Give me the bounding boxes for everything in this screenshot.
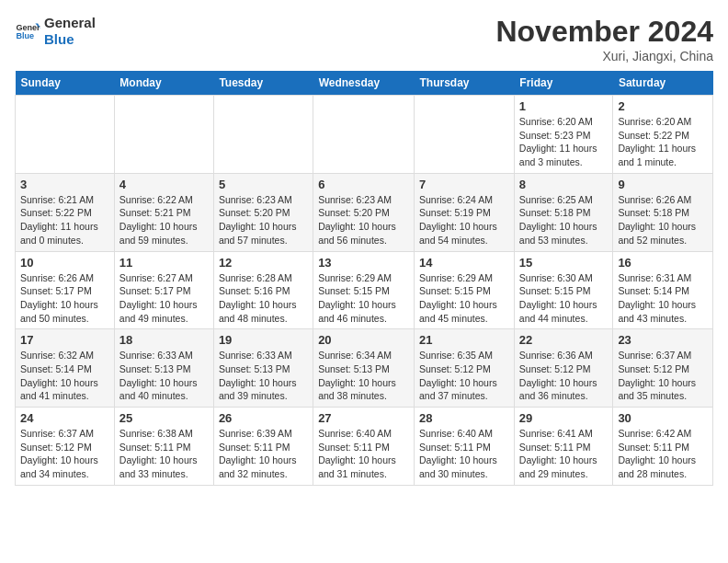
- day-info: Sunrise: 6:32 AMSunset: 5:14 PMDaylight:…: [20, 349, 109, 403]
- location: Xuri, Jiangxi, China: [495, 49, 713, 63]
- month-title: November 2024: [495, 15, 713, 49]
- calendar-cell: 21Sunrise: 6:35 AMSunset: 5:12 PMDayligh…: [415, 329, 515, 408]
- calendar-cell: 25Sunrise: 6:38 AMSunset: 5:11 PMDayligh…: [114, 408, 213, 486]
- calendar-cell: 28Sunrise: 6:40 AMSunset: 5:11 PMDayligh…: [415, 408, 515, 486]
- calendar-cell: 27Sunrise: 6:40 AMSunset: 5:11 PMDayligh…: [313, 408, 415, 486]
- calendar-cell: 9Sunrise: 6:26 AMSunset: 5:18 PMDaylight…: [613, 173, 713, 251]
- day-info: Sunrise: 6:38 AMSunset: 5:11 PMDaylight:…: [119, 427, 209, 481]
- day-info: Sunrise: 6:41 AMSunset: 5:11 PMDaylight:…: [519, 427, 609, 481]
- calendar-cell: [213, 96, 313, 174]
- day-number: 20: [318, 333, 409, 347]
- day-number: 18: [119, 333, 209, 347]
- calendar-cell: 4Sunrise: 6:22 AMSunset: 5:21 PMDaylight…: [114, 173, 213, 251]
- calendar-cell: 8Sunrise: 6:25 AMSunset: 5:18 PMDaylight…: [514, 173, 613, 251]
- calendar-cell: 11Sunrise: 6:27 AMSunset: 5:17 PMDayligh…: [114, 251, 213, 329]
- day-info: Sunrise: 6:40 AMSunset: 5:11 PMDaylight:…: [419, 427, 509, 481]
- day-number: 16: [618, 256, 708, 270]
- calendar-cell: [114, 96, 213, 174]
- svg-text:Blue: Blue: [16, 31, 34, 40]
- calendar-cell: 1Sunrise: 6:20 AMSunset: 5:23 PMDaylight…: [514, 96, 613, 174]
- calendar-cell: [313, 96, 415, 174]
- page-header: General Blue General Blue November 2024 …: [15, 15, 713, 63]
- day-info: Sunrise: 6:26 AMSunset: 5:18 PMDaylight:…: [618, 193, 708, 247]
- weekday-header-monday: Monday: [114, 71, 213, 96]
- day-info: Sunrise: 6:40 AMSunset: 5:11 PMDaylight:…: [318, 427, 409, 481]
- calendar-cell: 10Sunrise: 6:26 AMSunset: 5:17 PMDayligh…: [16, 251, 115, 329]
- day-info: Sunrise: 6:23 AMSunset: 5:20 PMDaylight:…: [318, 193, 409, 247]
- calendar-cell: 12Sunrise: 6:28 AMSunset: 5:16 PMDayligh…: [213, 251, 313, 329]
- day-number: 17: [20, 333, 109, 347]
- weekday-header-row: SundayMondayTuesdayWednesdayThursdayFrid…: [16, 71, 713, 96]
- day-info: Sunrise: 6:28 AMSunset: 5:16 PMDaylight:…: [219, 271, 308, 326]
- day-number: 9: [618, 178, 708, 191]
- day-info: Sunrise: 6:34 AMSunset: 5:13 PMDaylight:…: [318, 349, 409, 403]
- day-number: 5: [219, 178, 308, 191]
- day-number: 23: [618, 333, 708, 347]
- day-info: Sunrise: 6:31 AMSunset: 5:14 PMDaylight:…: [618, 271, 708, 326]
- day-number: 27: [318, 411, 409, 425]
- day-info: Sunrise: 6:20 AMSunset: 5:22 PMDaylight:…: [618, 115, 708, 169]
- day-number: 1: [519, 99, 609, 113]
- day-number: 29: [519, 411, 609, 425]
- day-number: 21: [419, 333, 509, 347]
- day-info: Sunrise: 6:22 AMSunset: 5:21 PMDaylight:…: [119, 193, 209, 247]
- calendar-table: SundayMondayTuesdayWednesdayThursdayFrid…: [15, 71, 713, 486]
- calendar-cell: 17Sunrise: 6:32 AMSunset: 5:14 PMDayligh…: [16, 329, 115, 408]
- calendar-week-3: 10Sunrise: 6:26 AMSunset: 5:17 PMDayligh…: [16, 251, 713, 329]
- calendar-cell: 24Sunrise: 6:37 AMSunset: 5:12 PMDayligh…: [16, 408, 115, 486]
- weekday-header-saturday: Saturday: [613, 71, 713, 96]
- day-number: 19: [219, 333, 308, 347]
- day-info: Sunrise: 6:29 AMSunset: 5:15 PMDaylight:…: [318, 271, 409, 326]
- calendar-cell: 22Sunrise: 6:36 AMSunset: 5:12 PMDayligh…: [514, 329, 613, 408]
- day-number: 4: [119, 178, 209, 191]
- day-number: 12: [219, 256, 308, 270]
- calendar-cell: 15Sunrise: 6:30 AMSunset: 5:15 PMDayligh…: [514, 251, 613, 329]
- day-info: Sunrise: 6:37 AMSunset: 5:12 PMDaylight:…: [618, 349, 708, 403]
- day-info: Sunrise: 6:35 AMSunset: 5:12 PMDaylight:…: [419, 349, 509, 403]
- day-info: Sunrise: 6:27 AMSunset: 5:17 PMDaylight:…: [119, 271, 209, 326]
- calendar-cell: 19Sunrise: 6:33 AMSunset: 5:13 PMDayligh…: [213, 329, 313, 408]
- day-info: Sunrise: 6:42 AMSunset: 5:11 PMDaylight:…: [618, 427, 708, 481]
- calendar-cell: 3Sunrise: 6:21 AMSunset: 5:22 PMDaylight…: [16, 173, 115, 251]
- day-info: Sunrise: 6:33 AMSunset: 5:13 PMDaylight:…: [119, 349, 209, 403]
- weekday-header-tuesday: Tuesday: [213, 71, 313, 96]
- calendar-cell: 16Sunrise: 6:31 AMSunset: 5:14 PMDayligh…: [613, 251, 713, 329]
- calendar-cell: 23Sunrise: 6:37 AMSunset: 5:12 PMDayligh…: [613, 329, 713, 408]
- day-info: Sunrise: 6:39 AMSunset: 5:11 PMDaylight:…: [219, 427, 308, 481]
- weekday-header-thursday: Thursday: [415, 71, 515, 96]
- calendar-cell: 30Sunrise: 6:42 AMSunset: 5:11 PMDayligh…: [613, 408, 713, 486]
- day-number: 3: [20, 178, 109, 191]
- calendar-cell: 29Sunrise: 6:41 AMSunset: 5:11 PMDayligh…: [514, 408, 613, 486]
- calendar-cell: 5Sunrise: 6:23 AMSunset: 5:20 PMDaylight…: [213, 173, 313, 251]
- day-number: 28: [419, 411, 509, 425]
- day-info: Sunrise: 6:37 AMSunset: 5:12 PMDaylight:…: [20, 427, 109, 481]
- day-number: 22: [519, 333, 609, 347]
- day-info: Sunrise: 6:23 AMSunset: 5:20 PMDaylight:…: [219, 193, 308, 247]
- day-info: Sunrise: 6:25 AMSunset: 5:18 PMDaylight:…: [519, 193, 609, 247]
- day-info: Sunrise: 6:24 AMSunset: 5:19 PMDaylight:…: [419, 193, 509, 247]
- day-info: Sunrise: 6:29 AMSunset: 5:15 PMDaylight:…: [419, 271, 509, 326]
- calendar-cell: [16, 96, 115, 174]
- day-number: 15: [519, 256, 609, 270]
- calendar-cell: 26Sunrise: 6:39 AMSunset: 5:11 PMDayligh…: [213, 408, 313, 486]
- calendar-week-2: 3Sunrise: 6:21 AMSunset: 5:22 PMDaylight…: [16, 173, 713, 251]
- calendar-week-4: 17Sunrise: 6:32 AMSunset: 5:14 PMDayligh…: [16, 329, 713, 408]
- calendar-cell: 18Sunrise: 6:33 AMSunset: 5:13 PMDayligh…: [114, 329, 213, 408]
- title-block: November 2024 Xuri, Jiangxi, China: [495, 15, 713, 63]
- calendar-cell: [415, 96, 515, 174]
- calendar-cell: 14Sunrise: 6:29 AMSunset: 5:15 PMDayligh…: [415, 251, 515, 329]
- calendar-week-1: 1Sunrise: 6:20 AMSunset: 5:23 PMDaylight…: [16, 96, 713, 174]
- calendar-cell: 2Sunrise: 6:20 AMSunset: 5:22 PMDaylight…: [613, 96, 713, 174]
- day-number: 7: [419, 178, 509, 191]
- calendar-cell: 20Sunrise: 6:34 AMSunset: 5:13 PMDayligh…: [313, 329, 415, 408]
- day-number: 2: [618, 99, 708, 113]
- day-number: 24: [20, 411, 109, 425]
- calendar-cell: 13Sunrise: 6:29 AMSunset: 5:15 PMDayligh…: [313, 251, 415, 329]
- day-number: 10: [20, 256, 109, 270]
- day-info: Sunrise: 6:33 AMSunset: 5:13 PMDaylight:…: [219, 349, 308, 403]
- weekday-header-friday: Friday: [514, 71, 613, 96]
- calendar-cell: 6Sunrise: 6:23 AMSunset: 5:20 PMDaylight…: [313, 173, 415, 251]
- day-info: Sunrise: 6:36 AMSunset: 5:12 PMDaylight:…: [519, 349, 609, 403]
- day-info: Sunrise: 6:26 AMSunset: 5:17 PMDaylight:…: [20, 271, 109, 326]
- calendar-week-5: 24Sunrise: 6:37 AMSunset: 5:12 PMDayligh…: [16, 408, 713, 486]
